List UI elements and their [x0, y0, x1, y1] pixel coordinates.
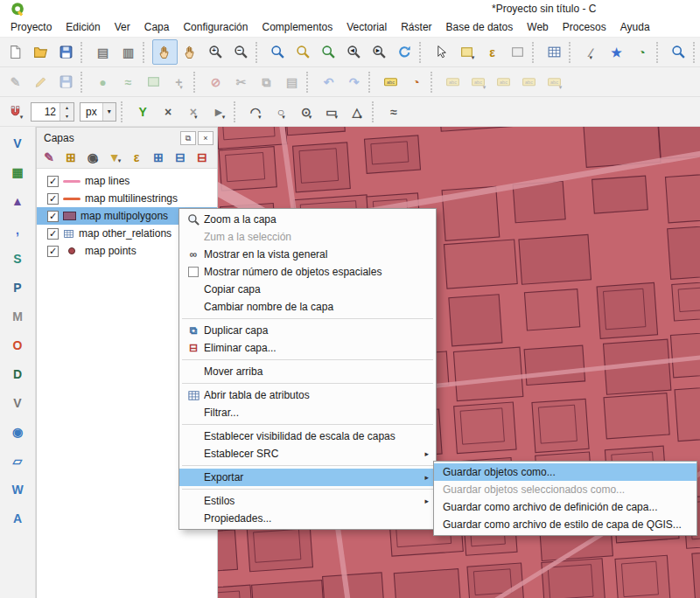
manage-map-themes-button[interactable]: ◉▾ — [82, 147, 103, 168]
layer-visibility-checkbox[interactable]: ✓ — [47, 211, 59, 222]
context-item-export[interactable]: Exportar▸ — [179, 469, 436, 486]
fill-ring-tool-button[interactable]: ≈ — [382, 99, 407, 124]
filter-legend-by-expression-button[interactable]: ε — [126, 147, 147, 168]
zoom-last-button[interactable]: ◂ — [341, 39, 367, 65]
layer-visibility-checkbox[interactable]: ✓ — [47, 176, 59, 187]
enable-tracing-button[interactable]: Y — [130, 99, 156, 124]
add-arcgis-rest-layer-button[interactable]: A — [4, 505, 31, 532]
context-item-set-crs[interactable]: Establecer SRC▸ — [179, 445, 436, 462]
spin-up-button[interactable]: ▴ — [60, 103, 74, 112]
snapping-unit[interactable]: px▾ — [80, 102, 116, 122]
add-wms-layer-button[interactable]: ◉ — [4, 419, 31, 445]
add-delimited-text-layer-button[interactable]: , — [4, 217, 31, 243]
new-bookmark-button[interactable]: ★ — [604, 39, 629, 65]
add-wcs-layer-button[interactable]: ▱ — [4, 448, 31, 474]
submenu-item-save-as-qgis-layer-style-file[interactable]: Guardar como archivo de estilo de capa d… — [434, 516, 696, 533]
remove-layer-group-button[interactable]: ⊟ — [192, 147, 213, 168]
context-item-rename-layer[interactable]: Cambiar nombre de la capa — [179, 298, 436, 316]
context-item-zoom-to-layer[interactable]: Zoom a la capa — [179, 211, 436, 228]
parallel-tool-button[interactable]: ►▾ — [206, 99, 232, 124]
context-item-show-in-overview[interactable]: ∞Mostrar en la vista general — [179, 246, 436, 263]
context-item-duplicate-layer[interactable]: ⧉Duplicar capa — [179, 322, 436, 339]
add-group-button[interactable]: ⊞ — [60, 147, 81, 168]
context-item-set-layer-scale-visibility[interactable]: Establecer visibilidad de escala de capa… — [179, 428, 436, 445]
menu-checkbox[interactable] — [188, 267, 199, 277]
construction-mode-button[interactable]: ×▾ — [181, 99, 206, 124]
rectangle-tool-button[interactable]: ▭▾ — [319, 99, 345, 124]
enable-snapping-button[interactable]: ▾ — [3, 99, 28, 124]
add-wfs-layer-button[interactable]: W — [4, 476, 31, 503]
deselect-features-button[interactable] — [505, 39, 530, 65]
zoom-out-button[interactable]: − — [228, 39, 254, 65]
zoom-to-selection-button[interactable] — [290, 39, 316, 65]
identify-features-button[interactable] — [429, 39, 454, 65]
layer-item-map-lines[interactable]: ✓map lines — [37, 172, 217, 190]
pan-map-to-selection-button[interactable] — [178, 39, 203, 65]
menu-edicion[interactable]: Edición — [59, 18, 107, 36]
measure-line-button[interactable]: ∕▾ — [578, 39, 604, 65]
layer-visibility-checkbox[interactable]: ✓ — [47, 246, 59, 257]
collapse-all-button[interactable]: ⊟ — [170, 147, 191, 168]
menu-procesos[interactable]: Procesos — [556, 18, 613, 36]
context-item-filter[interactable]: Filtrar... — [179, 404, 436, 421]
open-attribute-table-button[interactable] — [542, 39, 567, 65]
add-raster-layer-button[interactable]: ▦ — [4, 159, 31, 185]
expand-all-button[interactable]: ⊞ — [148, 147, 169, 168]
save-project-button[interactable] — [53, 39, 79, 65]
layer-diagram-button[interactable]: ◔ — [403, 69, 429, 94]
menu-configuracion[interactable]: Configuración — [176, 18, 255, 36]
menu-capa[interactable]: Capa — [137, 18, 177, 36]
select-features-button[interactable]: ▾ — [454, 39, 480, 65]
menu-complementos[interactable]: Complementos — [255, 18, 340, 36]
add-mesh-layer-button[interactable]: ▲ — [4, 188, 31, 214]
context-item-styles[interactable]: Estilos▸ — [179, 492, 436, 510]
submenu-item-save-features-as[interactable]: Guardar objetos como... — [434, 463, 696, 481]
menu-ayuda[interactable]: Ayuda — [613, 18, 657, 36]
zoom-next-button[interactable]: ▸ — [367, 39, 392, 65]
add-vector-layer-button[interactable]: V — [4, 130, 31, 156]
menu-ver[interactable]: Ver — [108, 18, 137, 36]
layer-visibility-checkbox[interactable]: ✓ — [47, 193, 59, 205]
zoom-in-button[interactable]: + — [203, 39, 228, 65]
open-project-button[interactable] — [28, 39, 53, 65]
context-item-copy-layer[interactable]: Copiar capa — [179, 281, 436, 298]
add-mssql-layer-button[interactable]: M — [4, 303, 31, 330]
context-item-show-feature-count[interactable]: Mostrar número de objetos espaciales — [179, 263, 436, 281]
layer-item-map-multilinestrings[interactable]: ✓map multilinestrings — [37, 190, 217, 207]
add-spatialite-layer-button[interactable]: S — [4, 246, 31, 272]
locator-search-button[interactable] — [666, 39, 691, 65]
pan-map-button[interactable] — [152, 39, 178, 65]
circular-string-tool-button[interactable]: ◠▾ — [243, 99, 269, 124]
zoom-to-layer-button[interactable] — [316, 39, 341, 65]
ellipse-tool-button[interactable]: ⊙▾ — [294, 99, 319, 124]
new-project-button[interactable] — [3, 39, 28, 65]
add-oracle-layer-button[interactable]: O — [4, 332, 31, 358]
panel-close-button[interactable]: × — [198, 131, 214, 145]
zoom-full-button[interactable] — [265, 39, 290, 65]
temporal-controller-button[interactable]: ◔ — [629, 39, 654, 65]
refresh-map-button[interactable] — [392, 39, 417, 65]
filter-legend-button[interactable]: ▼▾ — [104, 147, 125, 168]
menu-base-de-datos[interactable]: Base de datos — [439, 18, 521, 36]
layer-visibility-checkbox[interactable]: ✓ — [47, 228, 59, 240]
select-by-expression-button[interactable]: ε — [480, 39, 505, 65]
snapping-tolerance[interactable]: 12▴▾ — [31, 102, 74, 122]
spin-down-button[interactable]: ▾ — [60, 112, 74, 121]
open-layer-styling-panel-button[interactable]: ✎ — [38, 147, 60, 168]
add-virtual-layer-button[interactable]: V — [4, 390, 31, 416]
context-item-move-to-top[interactable]: Mover arriba — [179, 363, 436, 380]
add-postgis-layer-button[interactable]: P — [4, 275, 31, 301]
add-db2-layer-button[interactable]: D — [4, 361, 31, 387]
context-item-open-attribute-table[interactable]: Abrir tabla de atributos — [179, 386, 436, 404]
circle-tool-button[interactable]: ○▾ — [269, 99, 294, 124]
menu-web[interactable]: Web — [520, 18, 555, 36]
new-print-layout-button[interactable]: ▤ — [90, 39, 116, 65]
context-item-properties[interactable]: Propiedades... — [179, 510, 436, 527]
show-layout-manager-button[interactable]: ▥ — [116, 39, 141, 65]
regular-polygon-tool-button[interactable]: △▾ — [345, 99, 370, 124]
menu-proyecto[interactable]: Proyecto — [4, 18, 59, 36]
submenu-item-save-as-layer-definition-file[interactable]: Guardar como archivo de definición de ca… — [434, 498, 696, 516]
panel-float-button[interactable]: ⧉ — [180, 131, 196, 145]
context-item-remove-layer[interactable]: ⊟Eliminar capa... — [179, 339, 436, 357]
enable-advanced-digitizing-button[interactable]: × — [156, 99, 181, 124]
